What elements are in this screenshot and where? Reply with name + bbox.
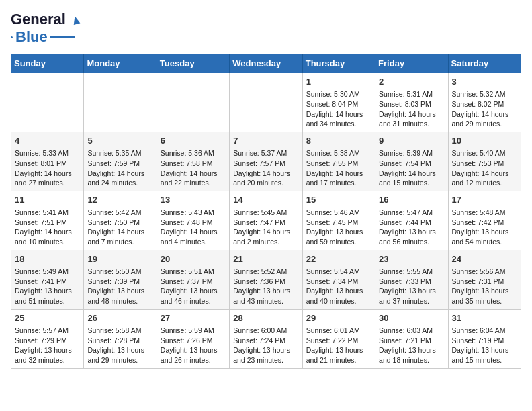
day-info: Sunrise: 5:39 AM Sunset: 7:54 PM Dayligh… xyxy=(379,148,444,188)
calendar-cell: 8Sunrise: 5:38 AM Sunset: 7:55 PM Daylig… xyxy=(302,132,375,191)
calendar-cell: 7Sunrise: 5:37 AM Sunset: 7:57 PM Daylig… xyxy=(230,132,302,191)
calendar-cell: 23Sunrise: 5:55 AM Sunset: 7:33 PM Dayli… xyxy=(375,250,448,309)
day-info: Sunrise: 5:45 AM Sunset: 7:47 PM Dayligh… xyxy=(233,208,298,247)
day-info: Sunrise: 5:57 AM Sunset: 7:29 PM Dayligh… xyxy=(15,326,80,365)
day-number: 28 xyxy=(233,312,298,324)
calendar-cell: 26Sunrise: 5:58 AM Sunset: 7:28 PM Dayli… xyxy=(84,309,157,368)
day-info: Sunrise: 5:38 AM Sunset: 7:55 PM Dayligh… xyxy=(306,148,371,188)
day-number: 27 xyxy=(161,312,226,324)
day-number: 17 xyxy=(452,194,517,206)
day-number: 8 xyxy=(306,135,371,147)
day-info: Sunrise: 5:32 AM Sunset: 8:02 PM Dayligh… xyxy=(452,89,517,129)
calendar-cell: 16Sunrise: 5:47 AM Sunset: 7:44 PM Dayli… xyxy=(375,191,448,250)
page-header: General Blue xyxy=(11,11,521,46)
calendar-cell: 17Sunrise: 5:48 AM Sunset: 7:42 PM Dayli… xyxy=(448,191,521,250)
day-number: 19 xyxy=(87,253,152,265)
day-info: Sunrise: 5:42 AM Sunset: 7:50 PM Dayligh… xyxy=(87,208,152,247)
day-info: Sunrise: 6:03 AM Sunset: 7:21 PM Dayligh… xyxy=(379,326,444,365)
logo-blue: Blue xyxy=(15,28,48,46)
day-info: Sunrise: 5:43 AM Sunset: 7:48 PM Dayligh… xyxy=(161,208,226,247)
calendar-week-row: 1Sunrise: 5:30 AM Sunset: 8:04 PM Daylig… xyxy=(11,73,521,132)
day-of-week-header: Monday xyxy=(84,54,157,73)
day-info: Sunrise: 5:56 AM Sunset: 7:31 PM Dayligh… xyxy=(452,267,517,306)
calendar-cell: 25Sunrise: 5:57 AM Sunset: 7:29 PM Dayli… xyxy=(11,309,84,368)
calendar-cell xyxy=(84,73,157,132)
day-number: 1 xyxy=(306,76,371,88)
day-info: Sunrise: 5:37 AM Sunset: 7:57 PM Dayligh… xyxy=(233,148,298,188)
logo-underline xyxy=(50,36,75,38)
day-number: 10 xyxy=(452,135,517,147)
calendar-cell: 5Sunrise: 5:35 AM Sunset: 7:59 PM Daylig… xyxy=(84,132,157,191)
header-row: SundayMondayTuesdayWednesdayThursdayFrid… xyxy=(11,54,521,73)
calendar-cell: 28Sunrise: 6:00 AM Sunset: 7:24 PM Dayli… xyxy=(230,309,302,368)
calendar-cell: 20Sunrise: 5:51 AM Sunset: 7:37 PM Dayli… xyxy=(157,250,229,309)
calendar-cell: 22Sunrise: 5:54 AM Sunset: 7:34 PM Dayli… xyxy=(302,250,375,309)
calendar-cell: 12Sunrise: 5:42 AM Sunset: 7:50 PM Dayli… xyxy=(84,191,157,250)
day-info: Sunrise: 5:36 AM Sunset: 7:58 PM Dayligh… xyxy=(161,148,226,188)
day-info: Sunrise: 6:00 AM Sunset: 7:24 PM Dayligh… xyxy=(233,326,298,365)
day-number: 12 xyxy=(87,194,152,206)
day-number: 30 xyxy=(379,312,444,324)
day-info: Sunrise: 5:55 AM Sunset: 7:33 PM Dayligh… xyxy=(379,267,444,306)
day-info: Sunrise: 5:30 AM Sunset: 8:04 PM Dayligh… xyxy=(306,89,371,129)
day-number: 25 xyxy=(15,312,80,324)
day-number: 21 xyxy=(233,253,298,265)
calendar-cell: 19Sunrise: 5:50 AM Sunset: 7:39 PM Dayli… xyxy=(84,250,157,309)
calendar-week-row: 11Sunrise: 5:41 AM Sunset: 7:51 PM Dayli… xyxy=(11,191,521,250)
day-number: 14 xyxy=(233,194,298,206)
calendar-cell: 1Sunrise: 5:30 AM Sunset: 8:04 PM Daylig… xyxy=(302,73,375,132)
calendar-cell: 24Sunrise: 5:56 AM Sunset: 7:31 PM Dayli… xyxy=(448,250,521,309)
day-info: Sunrise: 5:31 AM Sunset: 8:03 PM Dayligh… xyxy=(379,89,444,129)
day-info: Sunrise: 5:50 AM Sunset: 7:39 PM Dayligh… xyxy=(87,267,152,306)
day-info: Sunrise: 5:35 AM Sunset: 7:59 PM Dayligh… xyxy=(87,148,152,188)
day-number: 7 xyxy=(233,135,298,147)
calendar-body: 1Sunrise: 5:30 AM Sunset: 8:04 PM Daylig… xyxy=(11,73,521,369)
day-number: 6 xyxy=(161,135,226,147)
logo-dot xyxy=(11,36,13,38)
day-info: Sunrise: 5:47 AM Sunset: 7:44 PM Dayligh… xyxy=(379,208,444,247)
calendar-table: SundayMondayTuesdayWednesdayThursdayFrid… xyxy=(11,54,521,369)
day-number: 5 xyxy=(87,135,152,147)
calendar-cell: 18Sunrise: 5:49 AM Sunset: 7:41 PM Dayli… xyxy=(11,250,84,309)
day-number: 23 xyxy=(379,253,444,265)
svg-marker-0 xyxy=(72,15,81,25)
day-info: Sunrise: 5:41 AM Sunset: 7:51 PM Dayligh… xyxy=(15,208,80,247)
calendar-cell: 4Sunrise: 5:33 AM Sunset: 8:01 PM Daylig… xyxy=(11,132,84,191)
day-info: Sunrise: 5:48 AM Sunset: 7:42 PM Dayligh… xyxy=(452,208,517,247)
logo-general: General xyxy=(11,11,66,28)
logo-triangle-icon xyxy=(69,12,83,27)
day-of-week-header: Wednesday xyxy=(230,54,302,73)
calendar-cell: 21Sunrise: 5:52 AM Sunset: 7:36 PM Dayli… xyxy=(230,250,302,309)
calendar-cell: 15Sunrise: 5:46 AM Sunset: 7:45 PM Dayli… xyxy=(302,191,375,250)
calendar-cell: 30Sunrise: 6:03 AM Sunset: 7:21 PM Dayli… xyxy=(375,309,448,368)
day-info: Sunrise: 5:52 AM Sunset: 7:36 PM Dayligh… xyxy=(233,267,298,306)
day-of-week-header: Tuesday xyxy=(157,54,229,73)
day-info: Sunrise: 5:33 AM Sunset: 8:01 PM Dayligh… xyxy=(15,148,80,188)
day-number: 16 xyxy=(379,194,444,206)
day-of-week-header: Sunday xyxy=(11,54,84,73)
day-number: 29 xyxy=(306,312,371,324)
calendar-cell: 11Sunrise: 5:41 AM Sunset: 7:51 PM Dayli… xyxy=(11,191,84,250)
day-number: 26 xyxy=(87,312,152,324)
day-number: 22 xyxy=(306,253,371,265)
calendar-cell: 3Sunrise: 5:32 AM Sunset: 8:02 PM Daylig… xyxy=(448,73,521,132)
day-info: Sunrise: 5:46 AM Sunset: 7:45 PM Dayligh… xyxy=(306,208,371,247)
day-of-week-header: Friday xyxy=(375,54,448,73)
calendar-cell: 9Sunrise: 5:39 AM Sunset: 7:54 PM Daylig… xyxy=(375,132,448,191)
day-number: 31 xyxy=(452,312,517,324)
day-of-week-header: Thursday xyxy=(302,54,375,73)
calendar-cell: 29Sunrise: 6:01 AM Sunset: 7:22 PM Dayli… xyxy=(302,309,375,368)
day-number: 18 xyxy=(15,253,80,265)
day-number: 11 xyxy=(15,194,80,206)
day-info: Sunrise: 5:40 AM Sunset: 7:53 PM Dayligh… xyxy=(452,148,517,188)
day-number: 3 xyxy=(452,76,517,88)
day-info: Sunrise: 5:51 AM Sunset: 7:37 PM Dayligh… xyxy=(161,267,226,306)
day-info: Sunrise: 5:54 AM Sunset: 7:34 PM Dayligh… xyxy=(306,267,371,306)
day-number: 4 xyxy=(15,135,80,147)
day-info: Sunrise: 6:01 AM Sunset: 7:22 PM Dayligh… xyxy=(306,326,371,365)
day-number: 15 xyxy=(306,194,371,206)
day-of-week-header: Saturday xyxy=(448,54,521,73)
calendar-cell: 27Sunrise: 5:59 AM Sunset: 7:26 PM Dayli… xyxy=(157,309,229,368)
calendar-cell: 13Sunrise: 5:43 AM Sunset: 7:48 PM Dayli… xyxy=(157,191,229,250)
calendar-cell: 14Sunrise: 5:45 AM Sunset: 7:47 PM Dayli… xyxy=(230,191,302,250)
